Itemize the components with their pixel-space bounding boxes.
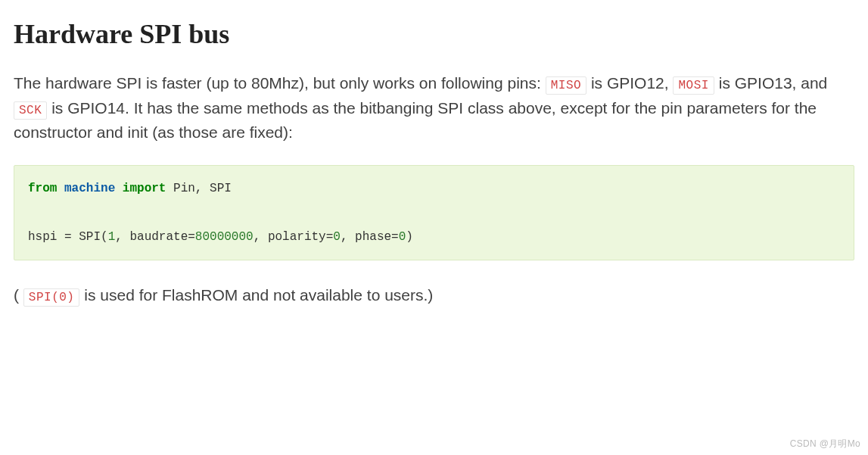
- para2-text-1: (: [14, 286, 23, 304]
- num-phase: 0: [399, 230, 406, 244]
- module-name: machine: [64, 182, 115, 195]
- code-mosi: MOSI: [673, 76, 714, 95]
- note-paragraph: ( SPI(0) is used for FlashROM and not av…: [14, 283, 854, 308]
- para1-text-1: The hardware SPI is faster (up to 80Mhz)…: [14, 74, 546, 92]
- code-line2-a: hspi = SPI(: [28, 230, 108, 244]
- para1-text-2: is GPIO12,: [591, 74, 674, 92]
- num-pol: 0: [333, 230, 341, 244]
- kw-import: import: [123, 182, 166, 195]
- code-block: from machine import Pin, SPI hspi = SPI(…: [14, 165, 854, 260]
- para1-text-3: is GPIO13, and: [719, 74, 828, 92]
- code-line2-b: , baudrate=: [115, 230, 195, 244]
- watermark: CSDN @月明Mo: [790, 438, 860, 450]
- code-spi0: SPI(0): [23, 288, 80, 307]
- import-list: Pin, SPI: [166, 182, 231, 195]
- para2-text-2: is used for FlashROM and not available t…: [79, 286, 433, 304]
- code-line2-c: , polarity=: [254, 230, 334, 244]
- code-sck: SCK: [14, 101, 47, 120]
- kw-from: from: [28, 182, 57, 195]
- intro-paragraph: The hardware SPI is faster (up to 80Mhz)…: [14, 71, 854, 145]
- section-heading: Hardware SPI bus: [14, 18, 854, 50]
- num-baud: 80000000: [195, 230, 254, 244]
- code-miso: MISO: [546, 76, 586, 95]
- code-line2-e: ): [406, 230, 413, 244]
- num-1: 1: [108, 230, 116, 244]
- code-line2-d: , phase=: [341, 230, 399, 244]
- para1-text-4: is GPIO14. It has the same methods as th…: [14, 99, 817, 142]
